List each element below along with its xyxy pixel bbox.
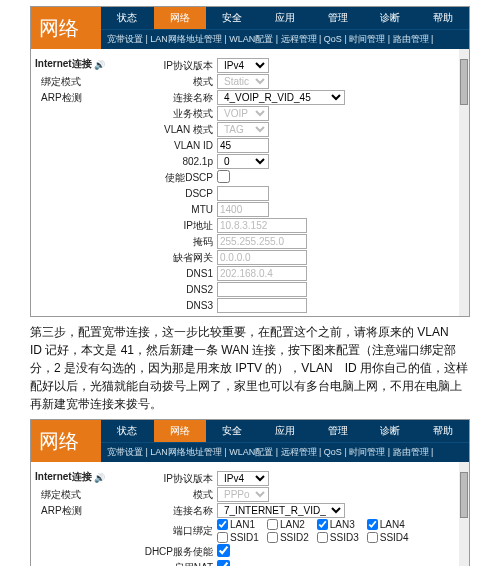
- tab-网络[interactable]: 网络: [154, 7, 207, 29]
- speaker-icon: [94, 59, 105, 70]
- field-label: DHCP服务使能: [117, 545, 217, 559]
- field-label: DNS2: [117, 284, 217, 295]
- input-DNS1[interactable]: [217, 266, 307, 281]
- tab-帮助[interactable]: 帮助: [416, 420, 469, 442]
- port-SSID4[interactable]: SSID4: [367, 532, 409, 543]
- form-row: 连接名称7_INTERNET_R_VID_*: [117, 503, 463, 518]
- checkbox-LAN2[interactable]: [267, 519, 278, 530]
- sidebar-item[interactable]: 绑定模式: [41, 75, 109, 89]
- form-row: IP地址: [117, 218, 463, 233]
- select-IP协议版本[interactable]: IPv4: [217, 471, 269, 486]
- select-连接名称[interactable]: 7_INTERNET_R_VID_*: [217, 503, 345, 518]
- input-DNS3[interactable]: [217, 298, 307, 313]
- checkbox-LAN3[interactable]: [317, 519, 328, 530]
- sidebar-item[interactable]: ARP检测: [41, 91, 109, 105]
- port-SSID3[interactable]: SSID3: [317, 532, 359, 543]
- sub-nav[interactable]: 宽带设置 | LAN网络地址管理 | WLAN配置 | 远程管理 | QoS |…: [101, 442, 469, 462]
- tab-状态[interactable]: 状态: [101, 7, 154, 29]
- field-label: MTU: [117, 204, 217, 215]
- tab-管理[interactable]: 管理: [311, 7, 364, 29]
- field-label: 启用NAT: [117, 561, 217, 567]
- input-缺省网关[interactable]: [217, 250, 307, 265]
- field-label: VLAN ID: [117, 140, 217, 151]
- field-label: IP协议版本: [117, 59, 217, 73]
- tab-状态[interactable]: 状态: [101, 420, 154, 442]
- form-row: 掩码: [117, 234, 463, 249]
- tab-诊断[interactable]: 诊断: [364, 7, 417, 29]
- tab-管理[interactable]: 管理: [311, 420, 364, 442]
- checkbox-SSID1[interactable]: [217, 532, 228, 543]
- port-binding-row: 端口绑定LAN1LAN2LAN3LAN4SSID1SSID2SSID3SSID4: [117, 519, 463, 543]
- form-row: 802.1p0: [117, 154, 463, 169]
- port-LAN4[interactable]: LAN4: [367, 519, 409, 530]
- sidebar-title[interactable]: Internet连接: [35, 57, 109, 71]
- port-SSID2[interactable]: SSID2: [267, 532, 309, 543]
- tab-应用[interactable]: 应用: [259, 7, 312, 29]
- select-业务模式[interactable]: VOIP: [217, 106, 269, 121]
- field-label: 模式: [117, 75, 217, 89]
- port-LAN1[interactable]: LAN1: [217, 519, 259, 530]
- select-802.1p[interactable]: 0: [217, 154, 269, 169]
- checkbox-SSID2[interactable]: [267, 532, 278, 543]
- input-掩码[interactable]: [217, 234, 307, 249]
- form-row: DNS2: [117, 282, 463, 297]
- form-row: 业务模式VOIP: [117, 106, 463, 121]
- scrollbar-thumb[interactable]: [460, 472, 468, 518]
- input-DSCP[interactable]: [217, 186, 269, 201]
- form-row: DHCP服务使能: [117, 544, 463, 559]
- tab-应用[interactable]: 应用: [259, 420, 312, 442]
- checkbox-LAN4[interactable]: [367, 519, 378, 530]
- select-VLAN 模式[interactable]: TAG: [217, 122, 269, 137]
- sidebar-item[interactable]: ARP检测: [41, 504, 109, 518]
- port-binding-grid: LAN1LAN2LAN3LAN4SSID1SSID2SSID3SSID4: [217, 519, 409, 543]
- field-label: IP地址: [117, 219, 217, 233]
- field-label: 缺省网关: [117, 251, 217, 265]
- field-label: 连接名称: [117, 504, 217, 518]
- form-row: VLAN ID: [117, 138, 463, 153]
- form-row: IP协议版本IPv4: [117, 471, 463, 486]
- select-IP协议版本[interactable]: IPv4: [217, 58, 269, 73]
- input-IP地址[interactable]: [217, 218, 307, 233]
- checkbox-启用NAT[interactable]: [217, 560, 230, 566]
- field-label: DNS1: [117, 268, 217, 279]
- form-row: DNS1: [117, 266, 463, 281]
- header-bar: 网络 状态网络安全应用管理诊断帮助 宽带设置 | LAN网络地址管理 | WLA…: [31, 7, 469, 49]
- form-row: 启用NAT: [117, 560, 463, 566]
- main-tabs: 状态网络安全应用管理诊断帮助: [101, 420, 469, 442]
- tab-安全[interactable]: 安全: [206, 7, 259, 29]
- sidebar-title[interactable]: Internet连接: [35, 470, 109, 484]
- select-连接名称[interactable]: 4_VOIP_R_VID_45: [217, 90, 345, 105]
- sidebar-item[interactable]: 绑定模式: [41, 488, 109, 502]
- scrollbar-thumb[interactable]: [460, 59, 468, 105]
- input-VLAN ID[interactable]: [217, 138, 269, 153]
- input-MTU[interactable]: [217, 202, 269, 217]
- checkbox-DHCP服务使能[interactable]: [217, 544, 230, 557]
- tab-诊断[interactable]: 诊断: [364, 420, 417, 442]
- scrollbar[interactable]: [459, 462, 469, 566]
- select-模式[interactable]: PPPoE: [217, 487, 269, 502]
- sub-nav[interactable]: 宽带设置 | LAN网络地址管理 | WLAN配置 | 远程管理 | QoS |…: [101, 29, 469, 49]
- instruction-paragraph: 第三步，配置宽带连接，这一步比较重要，在配置这个之前，请将原来的 VLAN ID…: [30, 323, 470, 413]
- port-LAN3[interactable]: LAN3: [317, 519, 359, 530]
- checkbox-LAN1[interactable]: [217, 519, 228, 530]
- field-label: 业务模式: [117, 107, 217, 121]
- input-DNS2[interactable]: [217, 282, 307, 297]
- field-label: 使能DSCP: [117, 171, 217, 185]
- port-LAN2[interactable]: LAN2: [267, 519, 309, 530]
- field-label: 802.1p: [117, 156, 217, 167]
- form-row: VLAN 模式TAG: [117, 122, 463, 137]
- router-admin-panel-1: 网络 状态网络安全应用管理诊断帮助 宽带设置 | LAN网络地址管理 | WLA…: [30, 6, 470, 317]
- router-admin-panel-2: 网络 状态网络安全应用管理诊断帮助 宽带设置 | LAN网络地址管理 | WLA…: [30, 419, 470, 566]
- tab-安全[interactable]: 安全: [206, 420, 259, 442]
- tab-网络[interactable]: 网络: [154, 420, 207, 442]
- checkbox-使能DSCP[interactable]: [217, 170, 230, 183]
- brand-title: 网络: [31, 7, 101, 49]
- form-row: IP协议版本IPv4: [117, 58, 463, 73]
- select-模式[interactable]: Static: [217, 74, 269, 89]
- tab-帮助[interactable]: 帮助: [416, 7, 469, 29]
- field-label: IP协议版本: [117, 472, 217, 486]
- checkbox-SSID4[interactable]: [367, 532, 378, 543]
- scrollbar[interactable]: [459, 49, 469, 316]
- checkbox-SSID3[interactable]: [317, 532, 328, 543]
- port-SSID1[interactable]: SSID1: [217, 532, 259, 543]
